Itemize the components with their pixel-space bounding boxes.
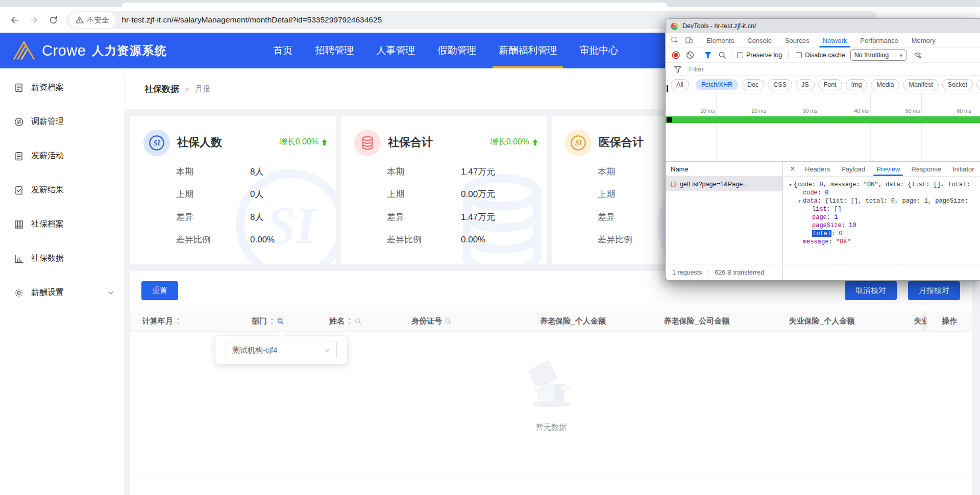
- disable-cache-checkbox[interactable]: [796, 52, 802, 58]
- network-toolbar: Preserve log Disable cache No throttling…: [666, 48, 980, 63]
- search-icon[interactable]: [445, 318, 451, 325]
- type-chip[interactable]: Socket: [942, 79, 973, 90]
- devtools-tab[interactable]: Elements: [700, 33, 741, 47]
- table-column-header[interactable]: 养老保险_公司金额: [635, 316, 758, 326]
- security-chip[interactable]: 不安全: [69, 12, 115, 28]
- caret-down-icon[interactable]: ▼: [796, 197, 803, 206]
- sort-icon[interactable]: [270, 317, 275, 325]
- table-column-header[interactable]: 身份证号: [398, 316, 510, 326]
- type-chip[interactable]: JS: [796, 79, 815, 90]
- security-label: 不安全: [87, 15, 109, 25]
- back-button[interactable]: [6, 12, 22, 28]
- card-growth: 增长0.00%: [279, 137, 328, 147]
- devtools-tab[interactable]: Network: [816, 33, 854, 47]
- nav-item[interactable]: 招聘管理: [309, 33, 360, 68]
- reset-button[interactable]: 重置: [141, 281, 178, 300]
- json-segment: 10: [849, 222, 856, 229]
- throttling-select[interactable]: No throttling ▾: [850, 50, 906, 61]
- card-row: 本期 8人: [130, 160, 336, 183]
- search-icon[interactable]: [355, 318, 361, 325]
- devtools-tab[interactable]: Performance: [853, 33, 904, 47]
- type-chip[interactable]: Font: [818, 79, 842, 90]
- table-column-header[interactable]: 养老保险_个人金额: [510, 316, 635, 326]
- sidebar-item[interactable]: 社保档案: [0, 207, 125, 241]
- devtools-tab[interactable]: Memory: [905, 33, 942, 47]
- preserve-log-checkbox[interactable]: [737, 52, 743, 58]
- sidebar-item[interactable]: 薪资档案: [0, 70, 125, 105]
- nav-item[interactable]: 审批中心: [573, 33, 624, 68]
- json-line[interactable]: ▼message: "OK": [783, 238, 980, 246]
- devtools-window: DevTools - hr-test.zjf-it.cn/ Elements C…: [665, 18, 980, 281]
- card-row-label: 差异比例: [176, 234, 250, 245]
- inspect-icon[interactable]: [668, 34, 682, 47]
- timeline-overview-bar[interactable]: [666, 116, 980, 123]
- reload-button[interactable]: [45, 12, 61, 28]
- name-column-header[interactable]: Name: [666, 162, 782, 177]
- card-row: 差异比例 0.00%: [341, 229, 547, 252]
- sidebar-item[interactable]: 发薪结果: [0, 173, 125, 207]
- json-line[interactable]: ▼pageSize: 10: [783, 221, 980, 230]
- json-line[interactable]: ▼{code: 0, message: "OK", data: {list: […: [783, 181, 980, 189]
- nav-item[interactable]: 首页: [267, 33, 299, 68]
- department-select[interactable]: 测试机构-cjf4: [226, 341, 337, 359]
- network-conditions-icon[interactable]: [911, 48, 925, 62]
- detail-tab[interactable]: Headers: [799, 162, 836, 176]
- sidebar-item[interactable]: 发薪活动: [0, 139, 125, 173]
- device-toolbar-icon[interactable]: [682, 34, 696, 47]
- preserve-log-label[interactable]: Preserve log: [746, 52, 782, 59]
- filter-input[interactable]: Filter: [689, 65, 704, 73]
- nav-item[interactable]: 假勤管理: [431, 33, 482, 68]
- record-icon[interactable]: [669, 48, 683, 62]
- breadcrumb-section[interactable]: 社保数据: [144, 83, 179, 95]
- devtools-tab[interactable]: Sources: [778, 33, 816, 47]
- sidebar-item[interactable]: 调薪管理: [0, 105, 125, 139]
- type-chip[interactable]: CSS: [768, 79, 792, 90]
- sort-icon[interactable]: [176, 317, 181, 325]
- caret-down-icon[interactable]: ▼: [787, 181, 794, 189]
- detail-tab[interactable]: Payload: [836, 162, 871, 176]
- sidebar-item[interactable]: 社保数据: [0, 241, 125, 276]
- sort-icon[interactable]: [347, 317, 352, 325]
- json-segment: "OK": [836, 238, 851, 245]
- card-title: 医保合计: [599, 135, 644, 150]
- devtools-tab[interactable]: Console: [741, 33, 778, 47]
- table-column-header[interactable]: 姓名: [314, 316, 398, 326]
- json-line[interactable]: ▼page: 1: [783, 213, 980, 221]
- type-chip[interactable]: Fetch/XHR: [696, 79, 738, 90]
- table-column-header[interactable]: 部门: [232, 316, 314, 326]
- close-icon[interactable]: ×: [786, 164, 799, 174]
- clear-icon[interactable]: [683, 48, 697, 62]
- breadcrumb-separator: >: [185, 85, 189, 93]
- table-column-header[interactable]: 失业保险_个人金额: [758, 316, 886, 326]
- json-segment: pageSize: [812, 222, 842, 229]
- cancel-check-button[interactable]: 取消核对: [845, 281, 897, 300]
- detail-tab[interactable]: Response: [905, 162, 947, 176]
- forward-button[interactable]: [26, 12, 42, 28]
- sidebar-item[interactable]: 薪酬设置: [0, 276, 125, 310]
- detail-tab[interactable]: Preview: [871, 162, 905, 176]
- json-line[interactable]: ▼total: 0: [783, 230, 980, 238]
- filter-toggle-icon[interactable]: [701, 48, 715, 62]
- type-chip[interactable]: Img: [846, 79, 868, 90]
- active-tab[interactable]: [121, 3, 668, 7]
- json-line[interactable]: ▼data: {list: [], total: 0, page: 1, pag…: [783, 197, 980, 205]
- type-chip[interactable]: Manifest: [903, 79, 938, 90]
- nav-item[interactable]: 薪酬福利管理: [493, 33, 563, 68]
- table-column-header[interactable]: 计算年月: [130, 316, 232, 326]
- type-chip[interactable]: Wasm: [976, 79, 980, 90]
- type-chip[interactable]: All: [671, 79, 689, 90]
- detail-tab[interactable]: Initiator: [947, 162, 980, 176]
- request-row[interactable]: {} getList?page=1&Page...: [666, 177, 782, 191]
- json-line[interactable]: ▼code: 0: [783, 189, 980, 197]
- disable-cache-label[interactable]: Disable cache: [805, 52, 845, 59]
- search-icon[interactable]: [715, 48, 729, 62]
- type-chip[interactable]: Doc: [742, 79, 764, 90]
- month-check-button[interactable]: 月报核对: [908, 281, 960, 300]
- type-chip[interactable]: Media: [871, 79, 899, 90]
- json-segment: page: [812, 214, 827, 221]
- nav-item[interactable]: 人事管理: [370, 33, 421, 68]
- json-line[interactable]: ▼list: []: [783, 205, 980, 213]
- summary-cards: SI 社保人数 增长0.00% 本期 8人: [130, 116, 757, 264]
- devtools-titlebar[interactable]: DevTools - hr-test.zjf-it.cn/: [666, 19, 980, 33]
- search-icon[interactable]: [277, 318, 284, 325]
